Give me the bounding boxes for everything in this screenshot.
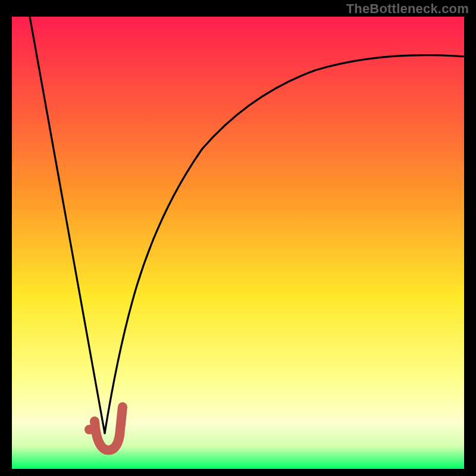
chart-stage: TheBottleneck.com xyxy=(0,0,476,476)
plot-background xyxy=(12,17,464,469)
chart-svg xyxy=(0,0,476,476)
highlight-j-dot xyxy=(84,425,94,434)
watermark-text: TheBottleneck.com xyxy=(346,1,469,17)
